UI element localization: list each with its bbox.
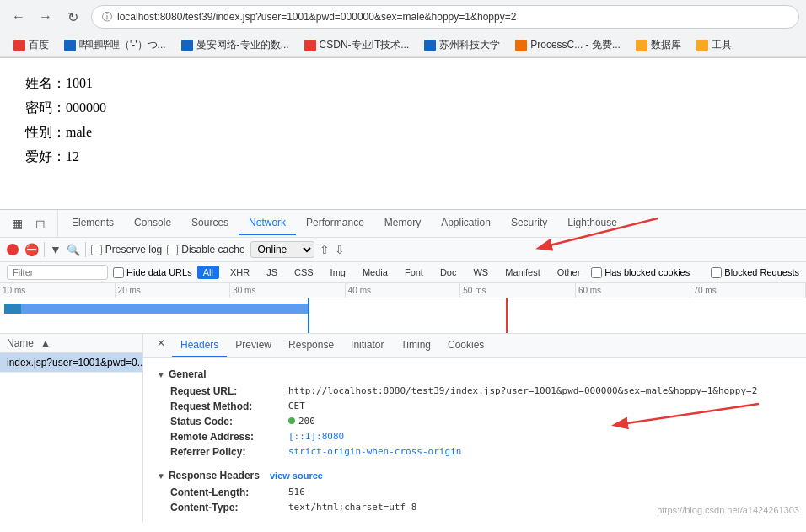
preserve-log-checkbox[interactable]: Preserve log: [91, 244, 162, 255]
bookmark-label: 苏州科技大学: [439, 38, 500, 52]
status-value: 200: [288, 416, 315, 427]
device-toolbar-button[interactable]: ◻: [30, 213, 51, 234]
tab-application[interactable]: Application: [431, 212, 501, 235]
filter-tag-ws[interactable]: WS: [467, 266, 494, 279]
timeline-blue-line: [308, 298, 309, 334]
bookmark-icon: [13, 40, 25, 51]
detail-tab-timing[interactable]: Timing: [392, 334, 439, 357]
forward-button[interactable]: →: [34, 5, 57, 29]
sex-label: 性别：: [25, 125, 66, 139]
export-button[interactable]: ⇩: [335, 243, 345, 256]
search-icon[interactable]: 🔍: [67, 244, 80, 256]
pwd-label: 密码：: [25, 100, 66, 115]
tab-sources[interactable]: Sources: [181, 212, 239, 235]
page-line-sex: 性别：male: [25, 124, 781, 142]
bookmark-manan[interactable]: 曼安网络-专业的数...: [175, 36, 296, 54]
tick-10: 10 ms: [0, 283, 116, 298]
referrer-value: strict-origin-when-cross-origin: [288, 446, 461, 458]
bookmark-suzhou[interactable]: 苏州科技大学: [417, 36, 507, 54]
timeline-content: [0, 298, 806, 334]
content-length-value: 516: [288, 486, 305, 498]
content-type-label: Content-Type:: [170, 502, 288, 513]
filter-tag-all[interactable]: All: [197, 266, 219, 279]
tab-elements[interactable]: Elements: [62, 212, 124, 235]
filter-bar: Hide data URLs All XHR JS CSS Img Media …: [0, 262, 806, 283]
bookmark-label: 数据库: [651, 38, 681, 52]
tab-lighthouse[interactable]: Lighthouse: [557, 212, 627, 235]
method-value: GET: [288, 400, 305, 412]
detail-tab-cookies[interactable]: Cookies: [439, 334, 492, 357]
devtools-tabs: Elements Console Sources Network Perform…: [58, 212, 806, 235]
details-panel: ✕ Headers Preview Response Initiator Tim…: [143, 334, 806, 522]
filter-tag-xhr[interactable]: XHR: [224, 266, 255, 279]
hide-data-urls-input[interactable]: [113, 267, 124, 278]
response-section-header[interactable]: ▼ Response Headers view source: [157, 466, 793, 485]
name-column-label: Name: [7, 337, 34, 349]
close-details-button[interactable]: ✕: [150, 334, 172, 357]
hide-data-urls-label: Hide data URLs: [126, 267, 192, 277]
filter-tag-manifest[interactable]: Manifest: [499, 266, 546, 279]
inspect-element-button[interactable]: ▦: [7, 213, 27, 234]
tab-memory[interactable]: Memory: [374, 212, 431, 235]
timeline-bar: 10 ms 20 ms 30 ms 40 ms 50 ms 60 ms 70 m…: [0, 283, 806, 334]
detail-tab-initiator[interactable]: Initiator: [342, 334, 392, 357]
detail-row-referrer: Referrer Policy: strict-origin-when-cros…: [157, 444, 793, 459]
filter-tag-font[interactable]: Font: [399, 266, 429, 279]
detail-tab-response[interactable]: Response: [280, 334, 342, 357]
clear-button[interactable]: ⛔: [24, 242, 39, 257]
has-blocked-input[interactable]: [591, 267, 602, 278]
tab-security[interactable]: Security: [501, 212, 557, 235]
detail-tab-preview[interactable]: Preview: [227, 334, 280, 357]
record-button[interactable]: [7, 244, 19, 255]
back-button[interactable]: ←: [7, 5, 30, 29]
view-source-link[interactable]: view source: [270, 470, 323, 481]
filter-tag-css[interactable]: CSS: [288, 266, 320, 279]
preserve-log-label: Preserve log: [105, 244, 162, 255]
bookmark-label: ProcessC... - 免费...: [530, 38, 621, 52]
network-toolbar: ⛔ ▼ 🔍 Preserve log Disable cache Online …: [0, 238, 806, 262]
detail-tab-headers[interactable]: Headers: [172, 334, 227, 357]
tick-60: 60 ms: [576, 283, 691, 298]
bookmark-database[interactable]: 数据库: [629, 36, 688, 54]
preserve-log-input[interactable]: [91, 245, 102, 255]
throttle-select[interactable]: Online Slow 3G Fast 3G Offline: [250, 241, 314, 258]
bookmark-icon: [64, 40, 76, 51]
import-button[interactable]: ⇧: [320, 243, 330, 256]
blocked-requests-input[interactable]: [711, 267, 722, 278]
hide-data-urls-checkbox[interactable]: Hide data URLs: [113, 267, 192, 278]
detail-row-content-length: Content-Length: 516: [157, 485, 793, 500]
bookmark-baidu[interactable]: 百度: [7, 36, 56, 54]
filter-icon[interactable]: ▼: [50, 243, 62, 256]
tab-console[interactable]: Console: [124, 212, 181, 235]
bookmark-label: 百度: [29, 38, 49, 52]
reload-button[interactable]: ↻: [61, 5, 84, 29]
filter-tag-img[interactable]: Img: [325, 266, 352, 279]
general-section-header[interactable]: ▼ General: [157, 365, 793, 384]
filter-tag-doc[interactable]: Doc: [434, 266, 463, 279]
hobby-value: 12: [66, 149, 79, 164]
bookmark-csdn[interactable]: CSDN-专业IT技术...: [298, 36, 416, 54]
tick-20: 20 ms: [116, 283, 231, 298]
bookmark-process[interactable]: ProcessC... - 免费...: [508, 36, 627, 54]
status-label: Status Code:: [170, 416, 288, 427]
filter-tag-media[interactable]: Media: [357, 266, 394, 279]
tab-performance[interactable]: Performance: [296, 212, 374, 235]
filter-tag-js[interactable]: JS: [261, 266, 283, 279]
filter-input[interactable]: [7, 265, 108, 280]
tab-network[interactable]: Network: [239, 212, 296, 235]
request-url-value: http://localhost:8080/test39/index.jsp?u…: [288, 385, 757, 397]
bookmark-bilibili[interactable]: 哔哩哔哩（'-'）つ...: [57, 36, 173, 54]
bookmark-tools[interactable]: 工具: [690, 36, 739, 54]
address-bar[interactable]: ⓘ localhost:8080/test39/index.jsp?user=1…: [91, 5, 799, 29]
sidebar-row-index[interactable]: index.jsp?user=1001&pwd=0...: [0, 353, 142, 373]
blocked-requests-checkbox[interactable]: Blocked Requests: [711, 267, 799, 278]
pwd-value: 000000: [66, 100, 106, 115]
sort-icon[interactable]: ▲: [40, 337, 51, 349]
disable-cache-checkbox[interactable]: Disable cache: [167, 244, 244, 255]
has-blocked-checkbox[interactable]: Has blocked cookies: [591, 267, 690, 278]
devtools-header: ▦ ◻ Elements Console Sources Network Per…: [0, 210, 806, 238]
bookmark-icon: [424, 40, 436, 51]
disable-cache-input[interactable]: [167, 245, 178, 255]
remote-value: [::1]:8080: [288, 431, 344, 443]
filter-tag-other[interactable]: Other: [551, 266, 587, 279]
